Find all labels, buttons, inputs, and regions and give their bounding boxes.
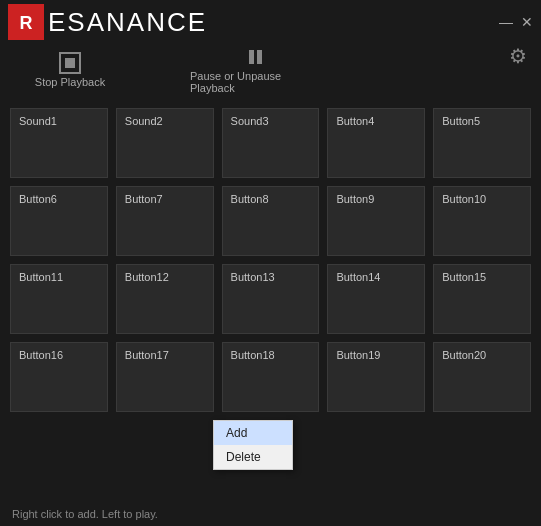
sound-button-13[interactable]: Button13 bbox=[222, 264, 320, 334]
toolbar: Stop Playback Pause or Unpause Playback … bbox=[0, 42, 541, 100]
sound-button-16[interactable]: Button16 bbox=[10, 342, 108, 412]
sound-button-3[interactable]: Sound3 bbox=[222, 108, 320, 178]
window-controls: — ✕ bbox=[499, 15, 533, 29]
sound-button-6[interactable]: Button6 bbox=[10, 186, 108, 256]
sound-button-14[interactable]: Button14 bbox=[327, 264, 425, 334]
pause-bar-left bbox=[249, 50, 254, 64]
pause-playback-label: Pause or Unpause Playback bbox=[190, 70, 320, 94]
minimize-button[interactable]: — bbox=[499, 15, 513, 29]
sound-button-10[interactable]: Button10 bbox=[433, 186, 531, 256]
context-menu: Add Delete bbox=[213, 420, 293, 470]
title-bar: R ESANANCE — ✕ bbox=[0, 0, 541, 42]
context-menu-add[interactable]: Add bbox=[214, 421, 292, 445]
pause-bar-right bbox=[257, 50, 262, 64]
stop-playback-button[interactable]: Stop Playback bbox=[20, 52, 120, 88]
sound-button-18[interactable]: Button18 bbox=[222, 342, 320, 412]
sound-button-1[interactable]: Sound1 bbox=[10, 108, 108, 178]
sound-button-12[interactable]: Button12 bbox=[116, 264, 214, 334]
sound-button-5[interactable]: Button5 bbox=[433, 108, 531, 178]
svg-text:R: R bbox=[20, 13, 33, 33]
main-grid: Sound1Sound2Sound3Button4Button5Button6B… bbox=[0, 100, 541, 420]
sound-button-19[interactable]: Button19 bbox=[327, 342, 425, 412]
sound-button-20[interactable]: Button20 bbox=[433, 342, 531, 412]
sound-button-7[interactable]: Button7 bbox=[116, 186, 214, 256]
sound-button-9[interactable]: Button9 bbox=[327, 186, 425, 256]
stop-playback-label: Stop Playback bbox=[35, 76, 105, 88]
context-menu-delete[interactable]: Delete bbox=[214, 445, 292, 469]
pause-icon bbox=[244, 46, 266, 68]
logo-text: ESANANCE bbox=[48, 7, 207, 38]
status-bar: Right click to add. Left to play. bbox=[0, 502, 541, 526]
settings-button[interactable]: ⚙ bbox=[509, 44, 527, 68]
sound-button-15[interactable]: Button15 bbox=[433, 264, 531, 334]
close-button[interactable]: ✕ bbox=[521, 15, 533, 29]
stop-icon-inner bbox=[65, 58, 75, 68]
sound-button-8[interactable]: Button8 bbox=[222, 186, 320, 256]
pause-playback-button[interactable]: Pause or Unpause Playback bbox=[190, 46, 320, 94]
status-text: Right click to add. Left to play. bbox=[12, 508, 158, 520]
sound-button-2[interactable]: Sound2 bbox=[116, 108, 214, 178]
stop-icon bbox=[59, 52, 81, 74]
sound-button-17[interactable]: Button17 bbox=[116, 342, 214, 412]
sound-button-11[interactable]: Button11 bbox=[10, 264, 108, 334]
logo-area: R ESANANCE bbox=[8, 4, 207, 40]
sound-button-4[interactable]: Button4 bbox=[327, 108, 425, 178]
logo-icon: R bbox=[8, 4, 44, 40]
